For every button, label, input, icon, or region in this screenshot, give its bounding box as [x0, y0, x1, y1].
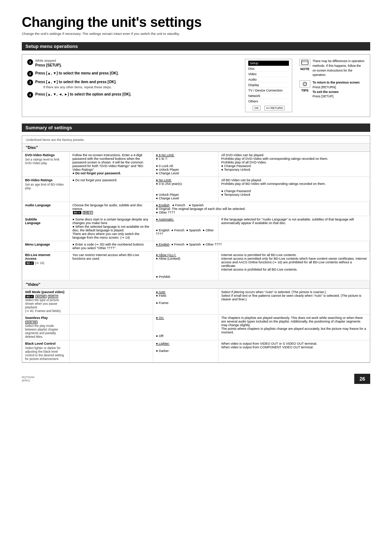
- menu-item-network: Network: [248, 93, 289, 99]
- page-title: Changing the unit's settings: [22, 15, 370, 30]
- row-options-subtitle-lang: ● Automatic: ● English ● French ● Spanis…: [153, 216, 218, 241]
- svg-rect-0: [302, 60, 308, 65]
- table-row: BD-Video Ratings Set an age limit of BD-…: [22, 177, 370, 202]
- setup-header-label: Setup menu operations: [25, 44, 78, 49]
- row-desc-menu-lang: ● Enter a code (⇒ 35) with the numbered …: [69, 241, 153, 252]
- table-row: SubtitleLanguage ● Some discs start in a…: [22, 216, 370, 241]
- step-num-4: 4: [27, 92, 33, 98]
- table-row: BD-Live InternetAccess BD-V (⇒ 16) You c…: [22, 252, 370, 280]
- row-name-black-level: Black Level Control Select lighter or da…: [22, 340, 69, 362]
- row-options-seamless: ● On: ● Off:: [153, 315, 218, 340]
- row-options-audio-lang: ● English ● French ● Spanish ● Original:…: [153, 202, 370, 216]
- disc-category-header: "Disc": [22, 143, 370, 152]
- row-name-still-mode: Still Mode (paused video) BD-V AVCHD DVD…: [22, 289, 69, 315]
- row-name-bd-ratings: BD-Video Ratings Set an age limit of BD-…: [22, 177, 69, 202]
- step1-text: Press [SETUP].: [35, 62, 62, 68]
- row-detail-dvd-ratings: All DVD-Video can be played. Prohibits p…: [218, 152, 370, 177]
- row-desc-bd-ratings: ● Do not forget your password.: [69, 177, 153, 202]
- menu-item-setup: Setup: [248, 61, 289, 66]
- row-options-black-level: ● Lighter: ● Darker:: [153, 340, 218, 362]
- page-number: 26: [354, 374, 370, 384]
- step2-text: Press [▲, ▼] to select the menu and pres…: [35, 70, 119, 76]
- row-options-bdlive: ● Allow (ALL): ● Allow (Limited): ● Proh…: [153, 252, 218, 280]
- step-num-1: 1: [27, 59, 33, 65]
- page-subtitle: Change the unit's settings if necessary.…: [22, 32, 370, 36]
- row-detail-subtitle-lang: If the language selected for "Audio Lang…: [218, 216, 370, 241]
- step1-prefix: While stopped: [35, 59, 62, 62]
- menu-ok-return: OK ⟵ RETURN: [248, 106, 289, 110]
- tips-box: TIPS To return to the previous screen Pr…: [299, 80, 365, 99]
- setup-note-tips: NOTE There may be differences in operati…: [299, 59, 365, 102]
- menu-item-video: Video: [248, 72, 289, 77]
- row-options-dvd-ratings: ● 8 No Limit: ● 1 to 7: ● 0 Lock All: ● …: [153, 152, 218, 177]
- setup-section-block: 1 While stopped Press [SETUP]. 2 Press […: [22, 54, 370, 117]
- row-name-subtitle-lang: SubtitleLanguage: [22, 216, 69, 241]
- tips-label: TIPS: [301, 88, 309, 93]
- menu-item-others: Others: [248, 99, 289, 104]
- setup-menu-screenshot: Setup Disc Video Audio Display TV / Devi…: [245, 59, 292, 112]
- menu-item-disc: Disc: [248, 66, 289, 72]
- table-row: Menu Language ● Enter a code (⇒ 35) with…: [22, 241, 370, 252]
- video-settings-table: Still Mode (paused video) BD-V AVCHD DVD…: [22, 289, 370, 362]
- row-desc-subtitle-lang: ● Some discs start in a certain language…: [69, 216, 153, 241]
- summary-block: Underlined items are the factory presets…: [22, 135, 370, 363]
- menu-item-audio: Audio: [248, 77, 289, 82]
- row-detail-bdlive: Internet access is permitted for all BD-…: [218, 252, 370, 280]
- summary-section-header: Summary of settings: [22, 123, 370, 132]
- video-category-header: "Video": [22, 280, 370, 289]
- svg-point-4: [305, 85, 305, 85]
- row-name-seamless: Seamless Play DVD-VRSelect the play mode…: [22, 315, 69, 340]
- doc-code: RQT9184 (ENG): [22, 376, 34, 382]
- disc-settings-table: DVD-Video Ratings Set a ratings level to…: [22, 152, 370, 280]
- row-name-audio-lang: Audio Language: [22, 202, 69, 216]
- step4-text: Press [▲, ▼, ◄, ►] to select the option …: [35, 92, 131, 97]
- summary-intro: Underlined items are the factory presets…: [22, 136, 370, 143]
- note-label: NOTE: [300, 67, 309, 72]
- step-num-3: 3: [27, 80, 33, 85]
- row-detail-bd-ratings: All BD-Video can be played. Prohibits pl…: [218, 177, 370, 202]
- step-4: 4 Press [▲, ▼, ◄, ►] to select the optio…: [27, 92, 238, 98]
- summary-header-label: Summary of settings: [25, 125, 72, 130]
- note-text: There may be differences in operation me…: [313, 59, 365, 77]
- row-name-bdlive: BD-Live InternetAccess BD-V (⇒ 16): [22, 252, 69, 280]
- setup-steps: 1 While stopped Press [SETUP]. 2 Press […: [27, 59, 238, 100]
- step3-text: Press [▲, ▼] to select the item and pres…: [35, 79, 117, 85]
- step3-sub: If there are any other items, repeat the…: [43, 85, 117, 89]
- table-row: Still Mode (paused video) BD-V AVCHD DVD…: [22, 289, 370, 315]
- step-3: 3 Press [▲, ▼] to select the item and pr…: [27, 79, 238, 89]
- row-options-menu-lang: ● English ● French ● Spanish ● Other †††…: [153, 241, 370, 252]
- row-desc-black-level: [69, 340, 153, 362]
- page-footer: RQT9184 (ENG) 26: [22, 374, 370, 384]
- row-options-still-mode: ● Auto ● Field: ● Frame:: [153, 289, 218, 315]
- row-desc-seamless: [69, 315, 153, 340]
- row-desc-still-mode: [69, 289, 153, 315]
- setup-content: 1 While stopped Press [SETUP]. 2 Press […: [27, 59, 365, 112]
- row-desc-audio-lang: Choose the language for audio, subtitle …: [69, 202, 153, 216]
- setup-section-header: Setup menu operations: [22, 42, 370, 50]
- row-options-bd-ratings: ● No Limit: ● 0 to 254 year(s): ● Unlock…: [153, 177, 218, 202]
- table-row: Black Level Control Select lighter or da…: [22, 340, 370, 362]
- row-detail-seamless: The chapters in playlists are played sea…: [218, 315, 370, 340]
- row-desc-dvd-ratings: Follow the on-screen instructions. Enter…: [69, 152, 153, 177]
- table-row: DVD-Video Ratings Set a ratings level to…: [22, 152, 370, 177]
- row-name-dvd-ratings: DVD-Video Ratings Set a ratings level to…: [22, 152, 69, 177]
- tips-text: To return to the previous screen Press […: [313, 80, 360, 99]
- row-detail-still-mode: Select if jittering occurs when "Auto" i…: [218, 289, 370, 315]
- table-row: Audio Language Choose the language for a…: [22, 202, 370, 216]
- menu-item-tv: TV / Device Connection: [248, 88, 289, 93]
- row-name-menu-lang: Menu Language: [22, 241, 69, 252]
- step-num-2: 2: [27, 71, 33, 77]
- step-2: 2 Press [▲, ▼] to select the menu and pr…: [27, 70, 238, 77]
- row-detail-black-level: When video is output from VIDEO OUT or S…: [218, 340, 370, 362]
- row-desc-bdlive: You can restrict Internet access when BD…: [69, 252, 153, 280]
- menu-item-display: Display: [248, 82, 289, 88]
- step-1: 1 While stopped Press [SETUP].: [27, 59, 238, 68]
- note-box: NOTE There may be differences in operati…: [299, 59, 365, 77]
- table-row: Seamless Play DVD-VRSelect the play mode…: [22, 315, 370, 340]
